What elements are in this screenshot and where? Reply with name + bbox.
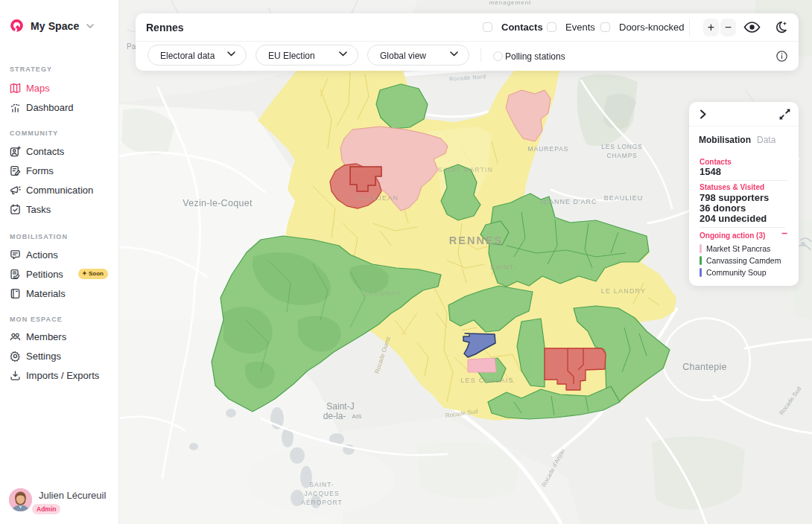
svg-text:LES CHALAIS: LES CHALAIS: [460, 377, 513, 384]
svg-text:CLEUNAY: CLEUNAY: [364, 290, 402, 297]
svg-text:LES LONGS: LES LONGS: [601, 143, 642, 150]
svg-text:Chantepie: Chantepie: [682, 362, 727, 372]
svg-text:JEANNE D'ARC: JEANNE D'ARC: [539, 198, 597, 205]
svg-text:Vezin-le-Coquet: Vezin-le-Coquet: [183, 198, 253, 208]
svg-text:MAUREPAS: MAUREPAS: [527, 145, 568, 153]
svg-text:SAINT MARTIN: SAINT MARTIN: [438, 166, 493, 173]
svg-text:JACQUES: JACQUES: [304, 490, 339, 497]
svg-text:Saint-J: Saint-J: [326, 401, 354, 412]
svg-text:RENNES: RENNES: [449, 234, 503, 246]
svg-text:LE LANDRY: LE LANDRY: [601, 287, 647, 295]
svg-text:Pa: Pa: [127, 42, 136, 51]
svg-text:AIS: AIS: [352, 413, 362, 420]
svg-text:SAINT-: SAINT-: [490, 263, 517, 271]
svg-text:AÉROPORT: AÉROPORT: [301, 499, 343, 506]
svg-text:CHAMPS: CHAMPS: [606, 152, 637, 159]
svg-text:BEAULIEU: BEAULIEU: [604, 194, 644, 202]
svg-text:de-la-: de-la-: [323, 411, 346, 421]
svg-text:VILLEJEAN: VILLEJEAN: [355, 194, 399, 202]
svg-text:SAINT-: SAINT-: [309, 481, 334, 488]
svg-text:ménagement: ménagement: [489, 0, 532, 6]
